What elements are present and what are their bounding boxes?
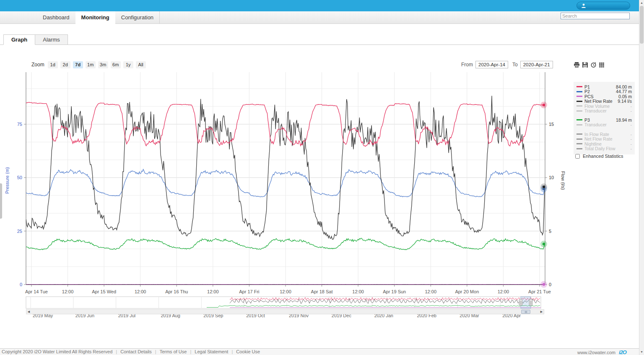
marker-pcs [543, 283, 545, 286]
legend-item-transducer[interactable]: Transducer- [576, 109, 632, 114]
legend-series-value: - [631, 136, 632, 141]
zoom-button-all[interactable]: All [136, 61, 146, 68]
date-range-controls: From To [461, 61, 557, 68]
legend-series-name: Net Flow Rate [584, 136, 631, 141]
legend-item-pcs[interactable]: PCS0.05 m [576, 94, 632, 99]
x-axis-label: Apr 19 Sun [383, 289, 406, 294]
legend-line-swatch [576, 86, 582, 87]
legend-item-p1[interactable]: P184.00 m [576, 84, 632, 89]
window-scrollbar-thumb[interactable] [640, 6, 644, 44]
scroll-up-arrow-icon[interactable]: ▲ [639, 0, 644, 5]
user-icon [581, 3, 586, 8]
pressure-tick-label: 75 [17, 122, 22, 127]
search-input[interactable] [561, 13, 630, 19]
nav-items: DashboardMonitoringConfiguration [37, 11, 160, 24]
zoom-controls: Zoom 1d2d7d1m3m6m1yAll [31, 61, 148, 68]
legend-series-value: - [631, 108, 632, 113]
print-icon[interactable] [574, 62, 580, 68]
zoom-button-2d[interactable]: 2d [60, 61, 70, 68]
legend-item-p2[interactable]: P244.77 m [576, 89, 632, 94]
zoom-button-1d[interactable]: 1d [48, 61, 58, 68]
legend-series-name: P3 [584, 117, 616, 123]
legend-item-in-flow-rate[interactable]: In Flow Rate- [576, 132, 632, 137]
navigator-scrollbar[interactable]: ◀ ▶ [26, 309, 544, 314]
navigator-handle-right[interactable] [529, 299, 532, 305]
user-account-button[interactable] [576, 2, 630, 10]
x-axis-label: Apr 18 Sat [311, 289, 333, 294]
legend-line-swatch [576, 133, 582, 135]
legend-item-transducer[interactable]: Transducer- [576, 123, 632, 128]
x-axis-label: Apr 20 Mon [455, 289, 479, 294]
chart-action-icons [574, 61, 605, 68]
subtabs: GraphAlarms [0, 34, 639, 45]
to-date-input[interactable] [520, 61, 553, 68]
footer-separator: | [190, 349, 191, 354]
legend-item-net-flow-rate[interactable]: Net Flow Rate9.14 l/s [576, 99, 632, 104]
scrollbar-left-arrow-icon[interactable]: ◀ [26, 310, 31, 314]
legend-series-value: 9.14 l/s [618, 99, 632, 104]
marker-p1 [543, 104, 545, 106]
zoom-button-6m[interactable]: 6m [111, 61, 121, 68]
legend-series-value: 44.77 m [616, 89, 632, 94]
legend-line-swatch [576, 143, 582, 144]
nav-item-configuration[interactable]: Configuration [115, 11, 160, 24]
legend-series-value: 18.94 m [616, 117, 632, 123]
legend-item-total-daily-flow[interactable]: Total Daily Flow- [576, 146, 632, 151]
legend-series-value: - [631, 141, 632, 146]
legend-line-swatch [576, 101, 582, 102]
zoom-button-3m[interactable]: 3m [98, 61, 108, 68]
legend-series-name: P1 [584, 84, 616, 89]
x-axis-label: 12:00 [425, 289, 437, 294]
table-icon[interactable] [599, 62, 605, 68]
footer-link-legal-statement[interactable]: Legal Statement [195, 349, 228, 354]
scrollbar-thumb[interactable] [521, 310, 530, 314]
enhanced-statistics-row: Enhanced Statistics [575, 154, 623, 159]
zoom-button-1y[interactable]: 1y [123, 61, 133, 68]
footer-separator: | [116, 349, 117, 354]
marker-p3 [543, 243, 545, 245]
x-axis-label: Apr 15 Wed [92, 289, 116, 294]
flow-tick-label: 0 [549, 282, 551, 287]
x-axis-label: Apr 16 Thu [165, 289, 188, 294]
legend-series-value: - [631, 146, 632, 151]
main-navbar: DashboardMonitoringConfiguration [0, 11, 639, 24]
save-icon[interactable] [582, 62, 588, 68]
enhanced-statistics-checkbox[interactable] [575, 154, 580, 159]
history-icon[interactable] [590, 62, 597, 68]
legend-item-nightline[interactable]: Nightline- [576, 141, 632, 146]
pressure-tick-label: 50 [17, 175, 22, 180]
footer: Copyright 2020 i2O Water Limited All Rig… [0, 348, 639, 355]
footer-link-cookie-use[interactable]: Cookie Use [236, 349, 260, 354]
legend-line-swatch [576, 138, 582, 140]
footer-link-terms-of-use[interactable]: Terms of Use [160, 349, 187, 354]
tab-alarms[interactable]: Alarms [35, 34, 68, 45]
legend-series-value: - [631, 104, 632, 109]
x-axis-label: 12:00 [352, 289, 364, 294]
tab-graph[interactable]: Graph [3, 34, 35, 45]
footer-links: Copyright 2020 i2O Water Limited All Rig… [2, 349, 260, 354]
scrollbar-right-arrow-icon[interactable]: ▶ [539, 310, 544, 314]
zoom-button-1m[interactable]: 1m [86, 61, 96, 68]
legend-item-net-flow-rate[interactable]: Net Flow Rate- [576, 137, 632, 142]
legend-item-flow-volume[interactable]: Flow Volume- [576, 104, 632, 109]
from-date-input[interactable] [475, 61, 508, 68]
scroll-down-arrow-icon[interactable]: ▼ [639, 350, 644, 355]
legend-series-name: Flow Volume [584, 104, 631, 109]
zoom-button-7d[interactable]: 7d [73, 61, 83, 68]
window-scrollbar[interactable]: ▲ ▼ [639, 0, 644, 355]
legend-series-name: Transducer [584, 108, 631, 113]
i2o-logo: i2O [619, 349, 626, 355]
legend-item-p3[interactable]: P318.94 m [576, 117, 632, 123]
legend-line-swatch [576, 105, 582, 107]
x-axis-label: Apr 14 Tue [25, 289, 48, 294]
nav-item-dashboard[interactable]: Dashboard [37, 11, 75, 24]
flow-tick-label: 10 [549, 175, 554, 180]
site-link[interactable]: www.i2owater.com [577, 350, 615, 355]
pressure-tick-label: 0 [20, 282, 22, 287]
navigator-handle-left[interactable] [519, 299, 522, 305]
footer-link-contact-details[interactable]: Contact Details [120, 349, 152, 354]
legend-series-value: - [631, 122, 632, 127]
monitoring-page: DashboardMonitoringConfiguration GraphAl… [0, 0, 644, 355]
footer-separator: | [231, 349, 233, 354]
nav-item-monitoring[interactable]: Monitoring [75, 11, 115, 24]
